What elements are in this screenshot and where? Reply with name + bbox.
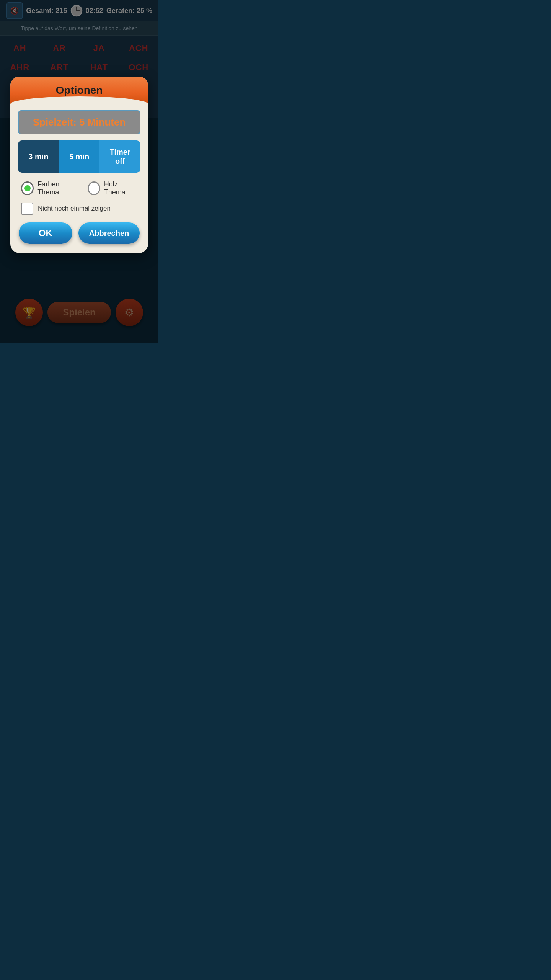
ok-button[interactable]: OK — [19, 222, 72, 244]
holz-thema-label: Holz Thema — [104, 180, 137, 196]
theme-radio-group: Farben Thema Holz Thema — [18, 180, 140, 196]
timer-buttons-group: 3 min 5 min Timeroff — [18, 140, 140, 173]
farben-thema-option[interactable]: Farben Thema — [21, 180, 78, 196]
timer-5min-button[interactable]: 5 min — [59, 140, 100, 173]
modal-title: Optionen — [56, 84, 103, 96]
timer-3min-button[interactable]: 3 min — [18, 140, 59, 173]
abbrechen-button[interactable]: Abbrechen — [78, 222, 140, 244]
modal-header: Optionen — [10, 77, 148, 104]
radio-dot-selected — [24, 185, 31, 191]
spielzeit-text: Spielzeit: 5 Minuten — [33, 116, 126, 128]
options-modal: Optionen Spielzeit: 5 Minuten 3 min 5 mi… — [10, 77, 148, 253]
modal-overlay: Optionen Spielzeit: 5 Minuten 3 min 5 mi… — [0, 0, 158, 343]
modal-body: Spielzeit: 5 Minuten 3 min 5 min Timerof… — [10, 104, 148, 253]
dont-show-checkbox[interactable] — [21, 203, 33, 215]
dont-show-again-option[interactable]: Nicht noch einmal zeigen — [18, 203, 140, 215]
farben-thema-radio[interactable] — [21, 181, 34, 195]
dont-show-label: Nicht noch einmal zeigen — [38, 205, 111, 212]
holz-thema-option[interactable]: Holz Thema — [88, 180, 137, 196]
farben-thema-label: Farben Thema — [37, 180, 78, 196]
timer-off-button[interactable]: Timeroff — [99, 140, 140, 173]
holz-thema-radio[interactable] — [88, 181, 100, 195]
spielzeit-bar: Spielzeit: 5 Minuten — [18, 110, 140, 134]
modal-action-buttons: OK Abbrechen — [18, 222, 140, 244]
